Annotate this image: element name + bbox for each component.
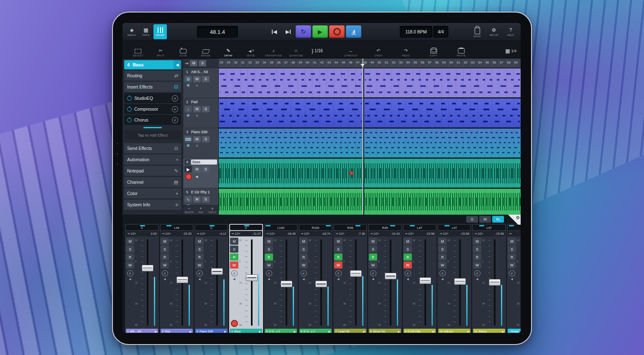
channel-mute-button[interactable]: M	[508, 238, 516, 245]
channel-label[interactable]: Global ▶	[508, 329, 521, 333]
write-automation-button[interactable]: W	[508, 261, 516, 269]
input-routing-row[interactable]: ⇥ 1/2+ -15.58	[473, 231, 505, 236]
channel-eq-button[interactable]: e	[301, 270, 307, 276]
channel-solo-button[interactable]: S	[438, 246, 447, 253]
inspector-section-row[interactable]: Send Effects ⊡	[124, 143, 181, 153]
nav-button[interactable]: ◈ MEDIA	[125, 24, 138, 39]
clip-right[interactable]	[364, 129, 521, 157]
effect-power-icon[interactable]	[127, 118, 132, 122]
utility-button[interactable]: ? HELP	[504, 24, 517, 39]
clip-handle-dot[interactable]	[349, 171, 354, 175]
channel-label[interactable]: 3 Piano S90 ▶	[195, 329, 227, 333]
volume-fader[interactable]: 120123060	[517, 238, 521, 327]
rewind-button[interactable]: ◀	[268, 25, 281, 38]
input-routing-row[interactable]: ⇥ 1/2+ -4.12	[195, 231, 227, 236]
tool-button[interactable]: ERASE	[194, 49, 217, 57]
utility-button[interactable]: SHOP	[470, 24, 484, 39]
clip-left[interactable]	[219, 99, 363, 127]
channel-label[interactable]: 4 Bass ▶	[230, 329, 262, 333]
add-effect-button[interactable]: Tap to Add Effect	[124, 130, 181, 139]
channel-solo-button[interactable]: S	[473, 246, 481, 253]
channel-mute-button[interactable]: M	[265, 238, 273, 245]
clip-right[interactable]	[364, 159, 521, 188]
channel-mute-button[interactable]: M	[230, 238, 238, 245]
read-automation-button[interactable]: R	[334, 254, 342, 261]
inspector-section-row[interactable]: Color ◑	[124, 188, 181, 198]
pan-control[interactable]: L44	[161, 225, 193, 230]
channel-eq-button[interactable]: e	[335, 270, 342, 276]
write-automation-button[interactable]: W	[230, 261, 238, 269]
clip-left[interactable]	[219, 159, 363, 188]
tool-button[interactable]: ∩ QUANTIZE	[285, 48, 307, 57]
utility-button[interactable]: ⚙ SETUP	[487, 24, 501, 39]
write-automation-button[interactable]: W	[369, 261, 377, 269]
track-solo-button[interactable]: S	[202, 106, 210, 112]
input-routing-row[interactable]: ⇥	[508, 231, 521, 236]
input-routing-row[interactable]: ⇥ 1/2+ -18.74	[299, 231, 332, 236]
read-automation-button[interactable]: R	[508, 254, 516, 261]
global-solo-button[interactable]: S	[199, 60, 206, 66]
tool-button[interactable]: MUTE	[240, 49, 262, 57]
channel-eq-button[interactable]: e	[509, 270, 515, 276]
read-automation-button[interactable]: R	[404, 254, 412, 261]
inspector-section-row[interactable]: Automation ≈	[124, 155, 181, 165]
clip-left[interactable]	[219, 189, 363, 215]
track-mute-button[interactable]: M	[193, 136, 201, 142]
fader-cap[interactable]	[489, 279, 501, 286]
input-routing-row[interactable]: ⇥ 1/2+ -11.07	[230, 231, 262, 236]
tool-button[interactable]: ↷ REDO	[392, 48, 420, 57]
tool-button[interactable]: ↶ UNDO	[365, 48, 392, 57]
pan-control[interactable]: C	[126, 225, 158, 230]
volume-fader[interactable]: 120123060	[274, 238, 296, 327]
write-automation-button[interactable]: W	[334, 261, 342, 269]
clip-left[interactable]	[219, 68, 363, 97]
read-automation-button[interactable]: R	[473, 254, 481, 261]
effect-slot[interactable]: Chorus e	[124, 115, 181, 125]
track-mute-button[interactable]: M	[193, 76, 201, 82]
quantize-value-display[interactable]: } 1/16	[312, 48, 323, 54]
write-automation-button[interactable]: W	[161, 261, 169, 269]
global-mute-button[interactable]: M	[190, 60, 197, 66]
fader-cap[interactable]	[419, 277, 431, 284]
track-solo-button[interactable]: S	[202, 136, 210, 142]
volume-fader[interactable]: 120123060	[343, 238, 365, 327]
write-automation-button[interactable]: W	[265, 261, 273, 269]
channel-eq-button[interactable]: e	[405, 270, 411, 276]
track-mute-button[interactable]: M	[193, 166, 201, 172]
channel-label[interactable]: 1 AM ...Kit ▶	[126, 329, 158, 333]
pan-control[interactable]: L47	[473, 225, 505, 230]
channel-eq-button[interactable]: e	[197, 270, 203, 276]
mixer-size-button[interactable]: M	[479, 216, 491, 223]
channel-eq-button[interactable]: e	[440, 270, 446, 276]
insert-effects-row[interactable]: Insert Effects ⊟	[124, 82, 181, 92]
fader-cap[interactable]	[142, 265, 153, 271]
pan-control[interactable]: R100	[299, 225, 332, 230]
fader-cap[interactable]	[315, 281, 327, 287]
write-automation-button[interactable]: W	[126, 261, 134, 269]
channel-label[interactable]: 5 E G...y 1 ▶	[265, 329, 297, 333]
channel-solo-button[interactable]: S	[195, 246, 204, 253]
volume-fader[interactable]: 120123060	[239, 238, 261, 327]
volume-fader[interactable]: 120123060	[447, 238, 469, 327]
fader-cap[interactable]	[211, 268, 223, 275]
track-row[interactable]: 5 E Gtr Rhy 1 ∿ M S ❄ ○	[183, 188, 218, 205]
read-automation-button[interactable]: R	[438, 254, 447, 261]
effect-power-icon[interactable]	[127, 107, 132, 112]
tool-button[interactable]: COPY	[420, 48, 447, 57]
record-button[interactable]	[329, 25, 345, 38]
pan-control[interactable]: L47	[404, 225, 436, 230]
channel-solo-button[interactable]: S	[369, 246, 377, 253]
tool-button[interactable]: PASTE	[447, 48, 475, 57]
pan-control[interactable]: L100	[265, 225, 297, 230]
track-record-arm-button[interactable]	[185, 173, 192, 180]
channel-label[interactable]: 10 AdLips ▶	[438, 329, 470, 333]
pan-control[interactable]: R45	[369, 225, 401, 230]
tool-button[interactable]: ↔ STRETCH	[337, 48, 365, 57]
track-monitor-icon[interactable]: ○	[193, 143, 201, 148]
channel-eq-button[interactable]: e	[231, 270, 238, 276]
track-mute-button[interactable]: M	[193, 106, 201, 112]
cycle-button[interactable]: ↻	[296, 25, 311, 38]
track-freeze-icon[interactable]: ❄	[184, 113, 192, 118]
track-action-button[interactable]: − DELETE	[183, 205, 195, 215]
track-freeze-icon[interactable]: ❄	[184, 83, 192, 88]
